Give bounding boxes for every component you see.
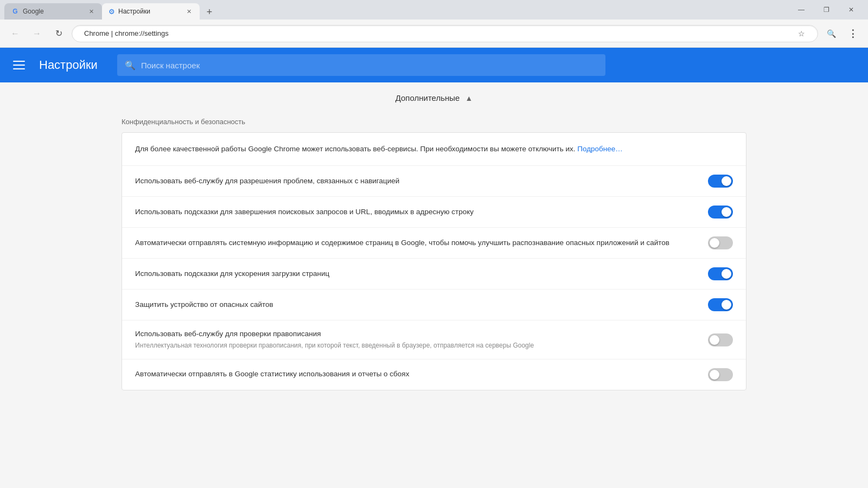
item-text-nav-service: Использовать веб-службу для разрешения п… — [135, 176, 699, 187]
settings-content: Дополнительные ▲ Конфиденциальность и бе… — [0, 82, 868, 488]
browser-frame: G Google ✕ ⚙ Настройки ✕ + — ❐ ✕ ← → ↻ — [0, 0, 868, 488]
settings-favicon: ⚙ — [108, 8, 115, 16]
hamburger-line-1 — [13, 61, 25, 62]
toggle-search-hints[interactable] — [708, 206, 733, 219]
title-bar: G Google ✕ ⚙ Настройки ✕ + — ❐ ✕ — [0, 0, 868, 20]
toggle-slider-search-hints — [708, 206, 733, 219]
settings-header: Настройки 🔍 — [0, 48, 868, 82]
tab-google[interactable]: G Google ✕ — [4, 3, 102, 20]
address-chrome-label: Chrome | — [84, 29, 115, 37]
back-button[interactable]: ← — [7, 25, 24, 42]
close-button[interactable]: ✕ — [839, 0, 864, 20]
hamburger-line-3 — [13, 68, 25, 69]
item-text-search-hints: Использовать подсказки для завершения по… — [135, 207, 699, 217]
settings-item-page-preload: Использовать подсказки для ускорения заг… — [122, 259, 746, 290]
restore-button[interactable]: ❐ — [814, 0, 839, 20]
settings-item-spell-check: Использовать веб-службу для проверки пра… — [122, 320, 746, 359]
toggle-safe-browse[interactable] — [708, 298, 733, 311]
settings-title: Настройки — [39, 58, 98, 72]
subsection-privacy: Конфиденциальность и безопасность — [108, 111, 760, 132]
section-header-advanced: Дополнительные ▲ — [108, 82, 760, 111]
window-controls: — ❐ ✕ — [789, 0, 864, 20]
item-text-usage-stats: Автоматически отправлять в Google статис… — [135, 369, 699, 380]
item-label-nav-service: Использовать веб-службу для разрешения п… — [135, 176, 699, 187]
toggle-slider-system-info — [708, 236, 733, 249]
item-text-page-preload: Использовать подсказки для ускорения заг… — [135, 269, 699, 279]
search-box[interactable]: 🔍 — [117, 54, 605, 76]
menu-button[interactable]: ⋮ — [844, 25, 861, 42]
forward-button[interactable]: → — [28, 25, 46, 42]
settings-item-safe-browse: Защитить устройство от опасных сайтов — [122, 290, 746, 320]
toggle-usage-stats[interactable] — [708, 368, 733, 381]
toggle-page-preload[interactable] — [708, 267, 733, 280]
item-label-search-hints: Использовать подсказки для завершения по… — [135, 207, 699, 217]
item-label-system-info: Автоматически отправлять системную инфор… — [135, 238, 699, 248]
collapse-icon[interactable]: ▲ — [465, 94, 473, 102]
settings-item-search-hints: Использовать подсказки для завершения по… — [122, 197, 746, 228]
settings-card: Для более качественной работы Google Chr… — [122, 132, 746, 390]
tab-settings-label: Настройки — [118, 8, 181, 15]
item-text-safe-browse: Защитить устройство от опасных сайтов — [135, 300, 699, 310]
toggle-slider-spell-check — [708, 333, 733, 346]
bookmark-button[interactable]: ☆ — [793, 25, 810, 42]
item-label-spell-check: Использовать веб-службу для проверки пра… — [135, 329, 699, 339]
section-title-advanced: Дополнительные — [395, 93, 460, 102]
settings-item-nav-service: Использовать веб-службу для разрешения п… — [122, 166, 746, 197]
search-input[interactable] — [141, 61, 598, 70]
tab-settings-close[interactable]: ✕ — [184, 7, 193, 16]
item-text-system-info: Автоматически отправлять системную инфор… — [135, 238, 699, 248]
search-icon: 🔍 — [125, 60, 136, 70]
tab-google-close[interactable]: ✕ — [87, 7, 95, 16]
item-label-safe-browse: Защитить устройство от опасных сайтов — [135, 300, 699, 310]
toggle-nav-service[interactable] — [708, 175, 733, 188]
item-label-page-preload: Использовать подсказки для ускорения заг… — [135, 269, 699, 279]
new-tab-button[interactable]: + — [202, 4, 217, 20]
hamburger-menu[interactable] — [13, 56, 30, 74]
toggle-slider-usage-stats — [708, 368, 733, 381]
toggle-spell-check[interactable] — [708, 333, 733, 346]
address-bar[interactable]: Chrome | chrome://settings ☆ — [72, 25, 818, 42]
toolbar-icons: ☆ — [793, 25, 810, 42]
item-sublabel-spell-check: Интеллектуальная технология проверки пра… — [135, 341, 699, 350]
search-button[interactable]: 🔍 — [822, 25, 840, 42]
settings-item-system-info: Автоматически отправлять системную инфор… — [122, 228, 746, 259]
toggle-system-info[interactable] — [708, 236, 733, 249]
settings-inner: Дополнительные ▲ Конфиденциальность и бе… — [108, 82, 760, 412]
item-label-usage-stats: Автоматически отправлять в Google статис… — [135, 369, 699, 380]
tab-settings[interactable]: ⚙ Настройки ✕ — [102, 3, 200, 20]
hamburger-line-2 — [13, 65, 25, 66]
tab-strip: G Google ✕ ⚙ Настройки ✕ + — [4, 0, 789, 20]
card-intro: Для более качественной работы Google Chr… — [122, 133, 746, 166]
address-url: chrome://settings — [115, 29, 169, 37]
minimize-button[interactable]: — — [789, 0, 814, 20]
google-favicon: G — [11, 7, 20, 16]
toggle-slider-safe-browse — [708, 298, 733, 311]
toggle-slider-nav-service — [708, 175, 733, 188]
reload-button[interactable]: ↻ — [50, 25, 67, 42]
tab-google-label: Google — [23, 8, 84, 15]
settings-item-usage-stats: Автоматически отправлять в Google статис… — [122, 359, 746, 390]
settings-page: Настройки 🔍 Дополнительные ▲ Конфиденциа… — [0, 48, 868, 488]
intro-text: Для более качественной работы Google Chr… — [135, 145, 576, 153]
nav-bar: ← → ↻ Chrome | chrome://settings ☆ 🔍 ⋮ — [0, 20, 868, 48]
intro-link[interactable]: Подробнее… — [577, 145, 623, 153]
address-text: Chrome | chrome://settings — [84, 29, 788, 37]
item-text-spell-check: Использовать веб-службу для проверки пра… — [135, 329, 699, 350]
toggle-slider-page-preload — [708, 267, 733, 280]
